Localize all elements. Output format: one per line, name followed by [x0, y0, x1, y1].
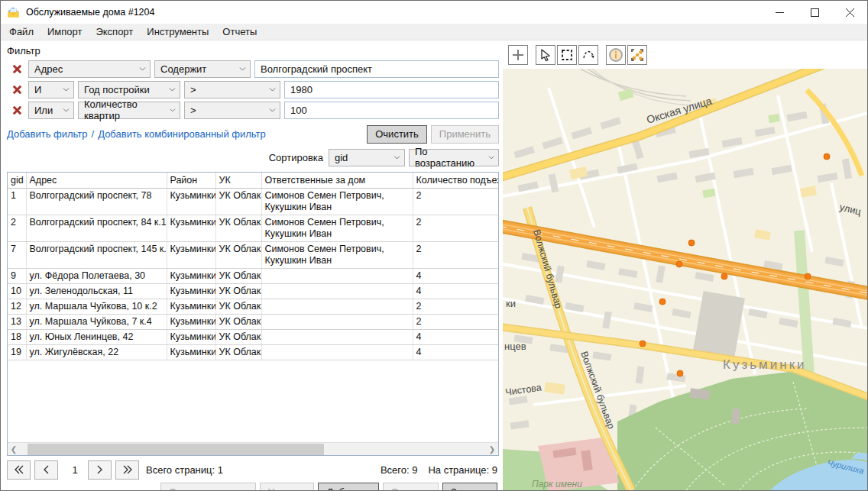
table-row[interactable]: 7 Волгоградский проспект, 145 к.2 Кузьми… [8, 242, 499, 269]
filter-3-logic-value: Или [34, 105, 53, 116]
remove-filter-3-button[interactable] [10, 103, 24, 117]
menu-import[interactable]: Импорт [40, 24, 89, 39]
cell-responsible [261, 299, 413, 315]
maximize-button[interactable] [797, 1, 832, 24]
column-header-district[interactable]: Район [167, 173, 215, 189]
pointer-tool-button[interactable] [536, 45, 555, 65]
cell-entrances: 4 [413, 284, 499, 299]
close-button[interactable] [832, 1, 867, 24]
filter-3-field-select[interactable]: Количество квартир [78, 102, 180, 119]
current-page[interactable]: 1 [62, 464, 88, 476]
scroll-left-icon[interactable]: ❮ [8, 444, 20, 455]
cell-responsible [261, 269, 413, 284]
maximize-icon [811, 8, 819, 17]
table-row[interactable]: 12 ул. Маршала Чуйкова, 10 к.2 Кузьминки… [8, 299, 499, 315]
filter-1-value-input[interactable] [254, 60, 499, 78]
apply-button[interactable]: Применить [431, 125, 499, 144]
delete-icon [11, 105, 23, 116]
scrollbar-thumb[interactable] [28, 444, 324, 455]
cell-address: ул. Жигулёвская, 22 [26, 345, 167, 360]
table-row[interactable]: 19 ул. Жигулёвская, 22 Кузьминки УК Обла… [8, 345, 499, 360]
scroll-right-icon[interactable]: ❯ [486, 444, 498, 455]
cell-uk: УК Облака [215, 315, 261, 330]
table-row[interactable]: 1 Волгоградский проспект, 78 Кузьминки У… [8, 189, 499, 215]
filter-3-operator-select[interactable]: > [184, 102, 280, 119]
map-canvas[interactable]: Окская улица улиц Волжский бульвар Волжс… [503, 69, 868, 490]
table-row[interactable]: 10 ул. Зеленодольская, 11 Кузьминки УК О… [8, 284, 499, 299]
prev-page-icon [43, 465, 50, 474]
chevron-down-icon [170, 108, 176, 112]
filter-2-logic-select[interactable]: И [28, 81, 74, 99]
last-page-button[interactable] [115, 460, 139, 480]
table-row[interactable]: 13 ул. Маршала Чуйкова, 7 к.4 Кузьминки … [8, 315, 499, 330]
house-marker[interactable] [805, 273, 811, 280]
filter-2-field-select[interactable]: Год постройки [78, 81, 180, 99]
filter-2-operator-select[interactable]: > [184, 81, 280, 99]
close-dialog-button[interactable]: Закрыть [442, 483, 497, 491]
add-button[interactable]: Добавить [318, 483, 378, 491]
delete-button[interactable]: Удалить [260, 483, 315, 491]
column-header-gid[interactable]: gid [8, 173, 26, 189]
delete-icon [11, 84, 23, 95]
horizontal-scrollbar[interactable]: ❮ ❯ [8, 442, 498, 455]
cell-district: Кузьминки [167, 215, 215, 242]
table-row[interactable]: 2 Волгоградский проспект, 84 к.1 Кузьмин… [8, 215, 499, 242]
first-page-icon [14, 465, 24, 474]
filter-row-3: Или Количество квартир > [7, 101, 499, 119]
create-task-button[interactable]: Создать задание [160, 483, 256, 491]
house-marker[interactable] [659, 299, 666, 305]
info-icon [608, 47, 623, 63]
sort-field-select[interactable]: gid [329, 149, 405, 166]
rect-select-tool-button[interactable] [557, 45, 577, 65]
cell-uk: УК Облака [215, 299, 261, 315]
clear-button[interactable]: Очистить [367, 125, 427, 144]
filter-3-value-input[interactable] [284, 102, 499, 119]
remove-filter-1-button[interactable] [10, 62, 24, 76]
table-row[interactable]: 9 ул. Фёдора Полетаева, 30 Кузьминки УК … [8, 269, 499, 284]
house-marker[interactable] [676, 261, 683, 268]
house-marker[interactable] [824, 153, 831, 160]
cell-gid: 10 [8, 284, 26, 299]
filter-1-field-select[interactable]: Адрес [28, 60, 151, 78]
street-label-ki-fragment: ки [506, 298, 516, 309]
cell-gid: 18 [8, 330, 26, 345]
cell-uk: УК Облака [215, 284, 261, 299]
chevron-down-icon [269, 88, 276, 92]
menu-reports[interactable]: Отчеты [215, 24, 264, 39]
remove-filter-2-button[interactable] [10, 82, 24, 96]
table-row[interactable]: 18 ул. Юных Ленинцев, 42 Кузьминки УК Об… [8, 330, 499, 345]
prev-page-button[interactable] [34, 460, 58, 480]
chevron-down-icon [169, 88, 176, 92]
crosshair-tool-button[interactable] [508, 45, 528, 65]
cell-address: Волгоградский проспект, 78 [26, 189, 167, 215]
lasso-select-tool-button[interactable] [578, 45, 598, 65]
minimize-button[interactable] [762, 1, 797, 24]
info-tool-button[interactable] [606, 45, 626, 65]
house-marker[interactable] [677, 370, 684, 377]
cluster-tool-button[interactable] [627, 45, 647, 65]
column-header-uk[interactable]: УК [215, 173, 261, 189]
table-header-row: gid Адрес Район УК Ответственные за дом … [8, 173, 499, 189]
open-button[interactable]: Открыть [383, 483, 439, 491]
menu-export[interactable]: Экспорт [89, 24, 140, 39]
column-header-address[interactable]: Адрес [26, 173, 167, 189]
first-page-button[interactable] [7, 460, 31, 480]
add-filter-link[interactable]: Добавить фильтр [7, 128, 88, 140]
filter-1-operator-select[interactable]: Содержит [154, 60, 251, 78]
column-header-responsible[interactable]: Ответственные за дом [261, 173, 413, 189]
house-marker[interactable] [721, 273, 728, 280]
add-combined-filter-link[interactable]: Добавить комбинированный фильтр [98, 128, 266, 140]
filter-2-value-input[interactable] [284, 81, 499, 99]
house-marker[interactable] [688, 240, 695, 247]
house-marker[interactable] [640, 341, 646, 347]
sort-order-select[interactable]: По возрастанию [409, 149, 499, 166]
menu-file[interactable]: Файл [2, 24, 40, 39]
cell-district: Кузьминки [167, 284, 215, 299]
column-header-entrances[interactable]: Количество подъездов [413, 173, 499, 189]
filter-3-logic-select[interactable]: Или [28, 102, 74, 119]
menu-tools[interactable]: Инструменты [140, 24, 215, 39]
app-icon [7, 5, 21, 19]
district-label-kuzminki: Кузьминки [723, 357, 807, 372]
next-page-button[interactable] [88, 460, 112, 480]
filter-1-field-value: Адрес [34, 63, 63, 75]
